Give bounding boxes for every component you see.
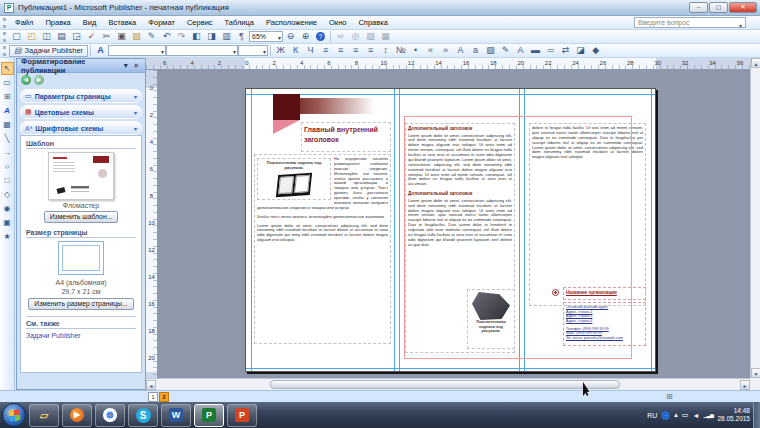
page-size-preview[interactable] (58, 241, 104, 275)
menu-item[interactable]: Вид (77, 16, 103, 29)
decrease-indent-icon[interactable]: « (423, 44, 438, 57)
close-button[interactable]: ✕ (729, 2, 757, 13)
copy-icon[interactable]: ▣ (114, 30, 129, 43)
autoshapes-tool[interactable]: ◇ (1, 188, 14, 201)
increase-indent-icon[interactable]: » (438, 44, 453, 57)
toolbar-grip[interactable] (3, 32, 6, 42)
change-template-button[interactable]: Изменить шаблон... (44, 211, 119, 223)
taskbar-publisher-button[interactable]: P (194, 404, 224, 427)
taskbar-word-button[interactable]: W (161, 404, 191, 427)
shadow-style-icon[interactable]: ◪ (573, 44, 588, 57)
start-button[interactable] (2, 403, 26, 427)
chevron-down-icon[interactable]: ▾ (278, 34, 281, 43)
italic-icon[interactable]: К (288, 44, 303, 57)
page-tab-1[interactable]: 1 (148, 392, 158, 402)
menu-grip[interactable] (3, 18, 6, 28)
tray-hidden-icons-chevron[interactable]: ▴ (674, 411, 678, 419)
new-document-icon[interactable]: ▢ (9, 30, 24, 43)
font-combobox[interactable]: ▾ (166, 45, 238, 56)
numbering-icon[interactable]: № (393, 44, 408, 57)
paste-icon[interactable]: ▨ (129, 30, 144, 43)
boundaries-icon[interactable]: ▥ (219, 30, 234, 43)
design-checker-icon[interactable]: ▧ (363, 30, 378, 43)
chevron-down-icon[interactable]: ▾ (263, 48, 266, 57)
spelling-icon[interactable]: ✓ (84, 30, 99, 43)
main-inner-heading-textbox[interactable]: Главный внутренний заголовок (301, 122, 391, 152)
3d-style-icon[interactable]: ◆ (588, 44, 603, 57)
select-tool[interactable]: ↖ (1, 62, 14, 75)
format-painter-icon[interactable]: ✎ (144, 30, 159, 43)
horizontal-scroll-thumb[interactable] (270, 380, 620, 389)
bullets-icon[interactable]: • (408, 44, 423, 57)
taskbar-explorer-button[interactable]: ▱ (29, 404, 59, 427)
scroll-down-button[interactable]: ▼ (751, 368, 760, 378)
design-gallery-tool[interactable]: ▣ (1, 216, 14, 229)
menu-item[interactable]: Справка (352, 16, 393, 29)
arrow-tool[interactable]: → (1, 146, 14, 159)
pink-accent-triangle[interactable] (273, 120, 300, 134)
chevron-down-icon[interactable]: ▾ (233, 48, 236, 57)
menu-item[interactable]: Формат (142, 16, 181, 29)
pane-menu-chevron-icon[interactable]: ▼ (120, 62, 131, 69)
menu-item[interactable]: Правка (39, 16, 76, 29)
insert-table-tool[interactable]: ⊞ (1, 90, 14, 103)
font-color-icon[interactable]: А (513, 44, 528, 57)
font-size-combobox[interactable]: ▾ (238, 45, 268, 56)
show-desktop-button[interactable] (753, 402, 760, 428)
text-box-tool[interactable]: ▭ (1, 76, 14, 89)
tray-language-indicator[interactable]: RU (647, 412, 657, 419)
menu-item[interactable]: Таблица (219, 16, 260, 29)
horizontal-ruler[interactable]: 642024681012141618202224262830323436 (146, 58, 750, 70)
picture-toolbar-icon[interactable]: ▦ (378, 30, 393, 43)
selection-rectangle[interactable] (404, 116, 632, 359)
align-center-icon[interactable]: ≡ (333, 44, 348, 57)
chevron-icon[interactable]: ▾ (134, 93, 137, 100)
increase-font-icon[interactable]: A (453, 44, 468, 57)
panel1-body-textbox[interactable]: Пояснительная подпись под рисунком. На в… (254, 154, 391, 344)
title-bar[interactable]: P Публикация1 - Microsoft Publisher - пе… (0, 0, 760, 16)
tray-volume-icon[interactable]: ◄ (692, 412, 699, 419)
tray-network-icon[interactable]: ▁▃▅ (703, 412, 713, 418)
chevron-icon[interactable]: ▾ (134, 125, 137, 132)
line-color-icon[interactable]: ✎ (498, 44, 513, 57)
open-icon[interactable]: ◰ (24, 30, 39, 43)
change-page-size-button[interactable]: Изменить размер страницы... (28, 298, 133, 310)
taskbar-powerpoint-button[interactable]: P (227, 404, 257, 427)
save-icon[interactable]: ◫ (39, 30, 54, 43)
chevron-icon[interactable]: ▾ (134, 109, 137, 116)
taskbar-media-player-button[interactable]: ▶ (62, 404, 92, 427)
line-spacing-icon[interactable]: ↕ (378, 44, 393, 57)
menu-item[interactable]: Расположение (260, 16, 323, 29)
scroll-right-button[interactable]: ► (740, 380, 750, 390)
special-characters-icon[interactable]: ¶ (234, 30, 249, 43)
zoom-out-icon[interactable]: ⊖ (283, 30, 298, 43)
template-preview[interactable] (48, 152, 114, 200)
scroll-up-button[interactable]: ▲ (751, 58, 760, 68)
taskbar-clock[interactable]: 14:48 28.05.2015 (717, 407, 750, 423)
pane-close-icon[interactable]: ✕ (131, 62, 141, 70)
publication-page[interactable]: Главный внутренний заголовок Пояснительн… (245, 88, 656, 372)
pane-back-button[interactable]: ◄ (21, 75, 31, 85)
publication-canvas[interactable]: Главный внутренний заголовок Пояснительн… (158, 70, 750, 378)
taskbar-skype-button[interactable]: S (128, 404, 158, 427)
toolbar-grip[interactable] (3, 46, 6, 56)
cut-icon[interactable]: ✂ (99, 30, 114, 43)
library-item-tool[interactable]: ★ (1, 230, 14, 243)
zoom-in-icon[interactable]: ⊕ (298, 30, 313, 43)
maroon-accent-square[interactable] (273, 94, 300, 120)
chevron-down-icon[interactable]: ▾ (161, 48, 164, 57)
vertical-scrollbar[interactable]: ▲ ▼ (750, 58, 760, 378)
pane-forward-button[interactable]: ► (34, 75, 44, 85)
publisher-tasks-button[interactable]: ▤ Задачи Publisher (9, 45, 88, 57)
align-left-icon[interactable]: ≡ (318, 44, 333, 57)
send-to-back-icon[interactable]: ◨ (204, 30, 219, 43)
styles-formatting-icon[interactable]: A (93, 44, 108, 57)
align-right-icon[interactable]: ≡ (348, 44, 363, 57)
bring-to-front-icon[interactable]: ◧ (189, 30, 204, 43)
line-style-icon[interactable]: ▬ (528, 44, 543, 57)
justify-icon[interactable]: ≡ (363, 44, 378, 57)
dash-style-icon[interactable]: ═ (543, 44, 558, 57)
menu-item[interactable]: Файл (9, 16, 39, 29)
pane-header[interactable]: Форматирование публикации ▼ ✕ (17, 59, 145, 73)
menu-item[interactable]: Окно (323, 16, 352, 29)
